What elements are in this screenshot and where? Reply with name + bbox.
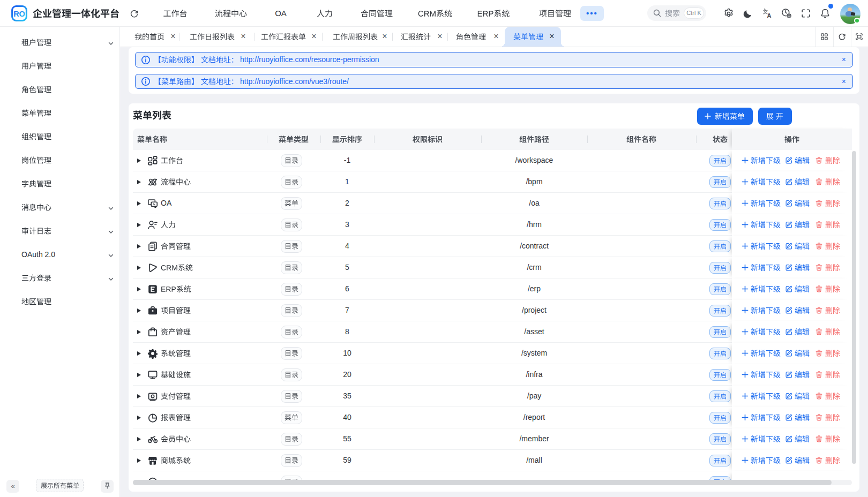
- svg-text:A: A: [767, 12, 772, 19]
- svg-text:RO: RO: [13, 10, 25, 18]
